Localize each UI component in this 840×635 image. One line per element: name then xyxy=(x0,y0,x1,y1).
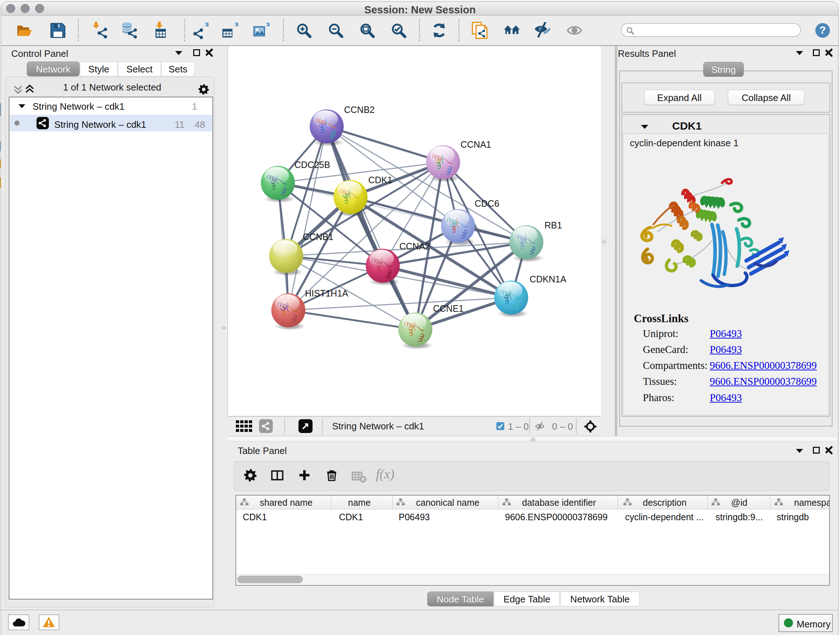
svg-text:CDC25B: CDC25B xyxy=(294,160,330,170)
svg-text:CCNA1: CCNA1 xyxy=(461,139,491,149)
svg-text:HIST1H1A: HIST1H1A xyxy=(305,288,348,298)
svg-text:CDC6: CDC6 xyxy=(475,198,499,209)
svg-text:CCNE1: CCNE1 xyxy=(433,303,464,314)
svg-text:CCNA2: CCNA2 xyxy=(399,241,430,251)
svg-text:CCNB1: CCNB1 xyxy=(303,232,333,242)
svg-text:CDKN1A: CDKN1A xyxy=(530,274,567,284)
svg-text:?: ? xyxy=(819,24,826,36)
svg-text:RB1: RB1 xyxy=(545,220,562,230)
svg-text:CCNB2: CCNB2 xyxy=(344,105,375,115)
svg-text:CDK1: CDK1 xyxy=(368,175,393,185)
